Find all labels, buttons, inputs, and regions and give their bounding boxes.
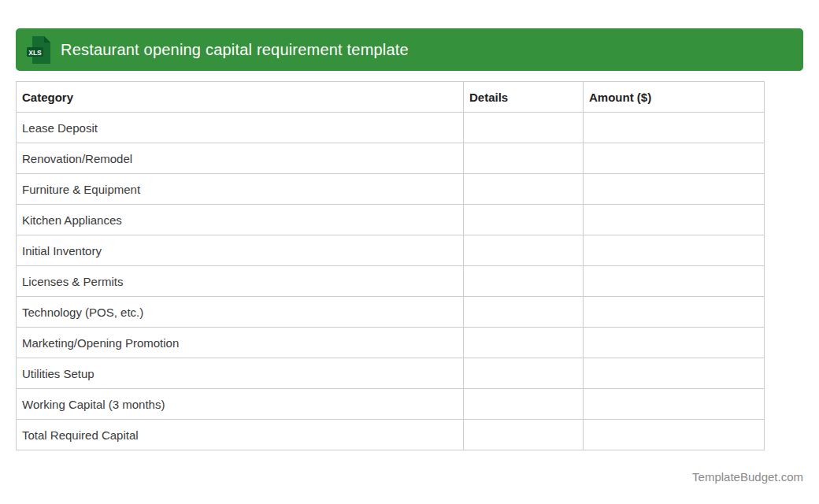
amount-cell[interactable]: [584, 328, 765, 358]
template-table-container: Category Details Amount ($) Lease Deposi…: [16, 81, 765, 450]
title-bar: XLS Restaurant opening capital requireme…: [16, 28, 803, 71]
amount-cell[interactable]: [584, 266, 765, 297]
amount-cell[interactable]: [584, 205, 765, 235]
details-cell[interactable]: [464, 113, 584, 143]
xls-badge-label: XLS: [28, 48, 42, 56]
amount-cell[interactable]: [584, 143, 765, 174]
site-credit: TemplateBudget.com: [16, 470, 803, 484]
column-header-category: Category: [17, 82, 464, 113]
table-row-total: Total Required Capital: [17, 420, 765, 450]
category-cell: Utilities Setup: [17, 358, 464, 389]
details-cell[interactable]: [464, 266, 584, 297]
details-cell[interactable]: [464, 297, 584, 328]
category-cell: Initial Inventory: [17, 235, 464, 266]
template-table: Category Details Amount ($) Lease Deposi…: [16, 81, 765, 450]
column-header-details: Details: [464, 82, 584, 113]
amount-cell[interactable]: [584, 389, 765, 420]
category-cell: Lease Deposit: [17, 113, 464, 143]
category-cell: Renovation/Remodel: [17, 143, 464, 174]
column-header-amount: Amount ($): [584, 82, 765, 113]
table-row: Technology (POS, etc.): [17, 297, 765, 328]
table-header-row: Category Details Amount ($): [17, 82, 765, 113]
category-cell: Marketing/Opening Promotion: [17, 328, 464, 358]
details-cell[interactable]: [464, 235, 584, 266]
amount-cell[interactable]: [584, 113, 765, 143]
table-row: Marketing/Opening Promotion: [17, 328, 765, 358]
table-row: Working Capital (3 months): [17, 389, 765, 420]
category-cell: Licenses & Permits: [17, 266, 464, 297]
category-cell: Total Required Capital: [17, 420, 464, 450]
table-row: Furniture & Equipment: [17, 174, 765, 205]
details-cell[interactable]: [464, 174, 584, 205]
category-cell: Technology (POS, etc.): [17, 297, 464, 328]
category-cell: Furniture & Equipment: [17, 174, 464, 205]
table-row: Licenses & Permits: [17, 266, 765, 297]
table-row: Lease Deposit: [17, 113, 765, 143]
table-row: Renovation/Remodel: [17, 143, 765, 174]
details-cell[interactable]: [464, 328, 584, 358]
page: XLS Restaurant opening capital requireme…: [0, 0, 819, 504]
amount-cell[interactable]: [584, 358, 765, 389]
details-cell[interactable]: [464, 389, 584, 420]
details-cell[interactable]: [464, 420, 584, 450]
details-cell[interactable]: [464, 143, 584, 174]
amount-cell[interactable]: [584, 235, 765, 266]
details-cell[interactable]: [464, 205, 584, 235]
page-title: Restaurant opening capital requirement t…: [61, 41, 409, 59]
table-row: Initial Inventory: [17, 235, 765, 266]
amount-cell[interactable]: [584, 420, 765, 450]
amount-cell[interactable]: [584, 174, 765, 205]
category-cell: Kitchen Appliances: [17, 205, 464, 235]
table-row: Utilities Setup: [17, 358, 765, 389]
table-row: Kitchen Appliances: [17, 205, 765, 235]
amount-cell[interactable]: [584, 297, 765, 328]
xls-file-icon: XLS: [26, 35, 53, 65]
details-cell[interactable]: [464, 358, 584, 389]
category-cell: Working Capital (3 months): [17, 389, 464, 420]
